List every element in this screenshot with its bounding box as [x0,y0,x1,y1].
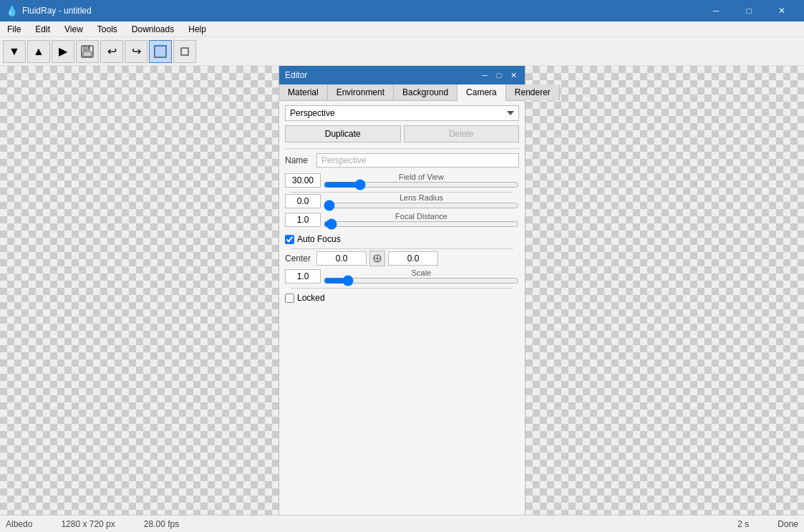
editor-window-controls: ─ □ ✕ [479,69,519,81]
duplicate-button[interactable]: Duplicate [285,125,401,142]
status-done: Done [778,519,798,529]
svg-rect-5 [181,48,188,55]
delete-button[interactable]: Delete [404,125,520,142]
status-mode: Albedo [6,519,32,529]
status-fps: 28.00 fps [144,519,179,529]
fov-slider-container: Field of View [324,173,519,188]
auto-focus-checkbox[interactable] [285,235,294,244]
canvas-right [525,66,804,515]
menu-bar: File Edit View Tools Downloads Help [0,21,804,37]
tab-material[interactable]: Material [279,84,328,100]
editor-panel: Editor ─ □ ✕ Material Environment Backgr… [279,66,525,515]
auto-focus-row: Auto Focus [285,231,519,247]
action-buttons-row: Duplicate Delete [279,125,525,147]
menu-view[interactable]: View [57,23,90,36]
focal-distance-row: Focal Distance [285,213,519,227]
scale-slider-container: Scale [324,269,519,284]
camera-type-dropdown[interactable]: Perspective Orthographic Panoramic [285,105,519,121]
editor-title: Editor [285,70,307,80]
close-button[interactable]: ✕ [765,0,798,21]
name-row: Name [285,153,519,168]
focal-distance-slider[interactable] [324,218,519,230]
app-title: FluidRay - untitled [22,6,92,16]
fov-row: Field of View [285,173,519,188]
maximize-button[interactable]: □ [732,0,765,21]
editor-close-btn[interactable]: ✕ [508,69,519,81]
render-up-btn[interactable]: ▲ [27,40,50,63]
tab-background[interactable]: Background [394,84,457,100]
tab-environment[interactable]: Environment [328,84,394,100]
name-label: Name [285,155,311,165]
frame-btn[interactable] [149,40,172,63]
center-x-input[interactable] [316,251,367,266]
menu-edit[interactable]: Edit [28,23,57,36]
name-input[interactable] [316,153,519,168]
status-time: 2 s [737,519,749,529]
auto-focus-label: Auto Focus [297,234,341,244]
minimize-button[interactable]: ─ [699,0,732,21]
render-down-btn[interactable]: ▼ [3,40,26,63]
fov-input[interactable] [285,173,321,188]
center-label: Center [285,253,314,263]
lens-radius-row: Lens Radius [285,194,519,208]
tab-renderer[interactable]: Renderer [506,84,560,100]
lens-radius-input[interactable] [285,194,321,208]
lens-radius-slider-container: Lens Radius [324,194,519,208]
checkerboard-right [525,66,804,515]
small-frame-btn[interactable] [173,40,196,63]
save-btn[interactable] [76,40,99,63]
camera-dropdown-row: Perspective Orthographic Panoramic [279,101,525,125]
separator-3 [291,248,513,249]
menu-help[interactable]: Help [181,23,213,36]
focal-distance-slider-container: Focal Distance [324,213,519,227]
title-bar-controls: ─ □ ✕ [699,0,798,21]
fov-slider[interactable] [324,179,519,190]
editor-maximize-btn[interactable]: □ [493,69,505,81]
svg-rect-4 [155,46,166,57]
link-button[interactable] [369,251,385,266]
main-area: Editor ─ □ ✕ Material Environment Backgr… [0,66,804,515]
svg-rect-2 [83,52,92,57]
scale-group: Scale [285,269,519,284]
editor-minimize-btn[interactable]: ─ [479,69,490,81]
editor-tabs: Material Environment Background Camera R… [279,84,525,101]
lens-radius-slider[interactable] [324,200,519,211]
menu-tools[interactable]: Tools [90,23,125,36]
scale-row: Scale [285,269,519,284]
fov-group: Field of View [285,173,519,188]
status-bar-right: 2 s Done [737,519,798,529]
locked-row: Locked [285,290,519,306]
title-bar: 💧 FluidRay - untitled ─ □ ✕ [0,0,804,21]
center-y-input[interactable] [388,251,438,266]
app-icon: 💧 [6,5,18,16]
toolbar: ▼ ▲ ▶ ↩ ↪ [0,37,804,66]
locked-label: Locked [297,293,325,303]
status-bar: Albedo 1280 x 720 px 28.00 fps 2 s Done [0,515,804,532]
center-row: Center [285,251,519,266]
tab-camera[interactable]: Camera [457,84,506,101]
scale-input[interactable] [285,269,321,284]
focal-distance-input[interactable] [285,213,321,227]
lens-radius-group: Lens Radius [285,194,519,208]
status-bar-left: Albedo 1280 x 720 px 28.00 fps [6,519,179,529]
name-section: Name Field of View [279,150,525,309]
canvas-left [0,66,279,515]
separator-1 [285,148,519,149]
redo-btn[interactable]: ↪ [125,40,147,63]
editor-title-bar: Editor ─ □ ✕ [279,66,525,84]
menu-file[interactable]: File [0,23,28,36]
focal-distance-group: Focal Distance [285,213,519,227]
scale-slider[interactable] [324,275,519,286]
menu-downloads[interactable]: Downloads [125,23,181,36]
status-resolution: 1280 x 720 px [61,519,115,529]
title-bar-left: 💧 FluidRay - untitled [6,5,92,16]
undo-btn[interactable]: ↩ [100,40,123,63]
checkerboard-left [0,66,279,515]
locked-checkbox[interactable] [285,294,294,303]
play-btn[interactable]: ▶ [52,40,74,63]
svg-rect-3 [88,47,89,49]
